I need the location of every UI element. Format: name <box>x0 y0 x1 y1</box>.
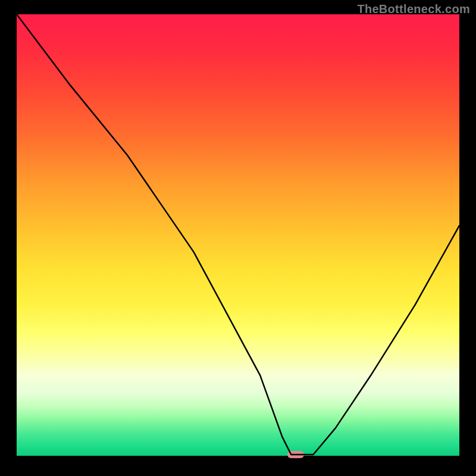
chart-area <box>17 14 459 461</box>
bottleneck-marker <box>287 451 304 458</box>
chart-baseline <box>17 455 459 456</box>
gradient-background <box>17 14 459 455</box>
